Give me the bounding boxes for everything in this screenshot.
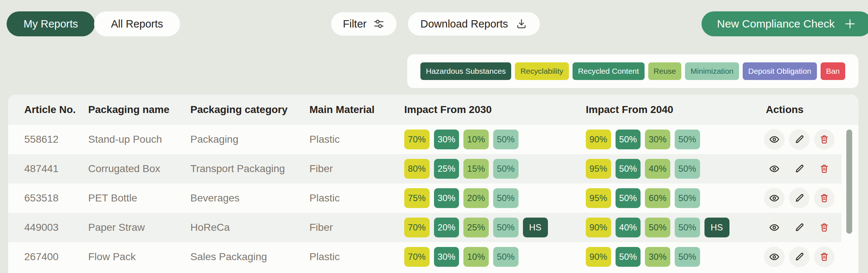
eye-icon (769, 163, 780, 174)
impact-badge-reuse: 10% (463, 247, 489, 267)
cell-article-no: 487441 (24, 154, 58, 183)
download-icon (516, 18, 527, 30)
table-header-row: Article No.Packaging namePackaging categ… (8, 95, 858, 125)
download-reports-button[interactable]: Download Reports (408, 12, 540, 36)
impact-badge-reuse: 25% (463, 218, 489, 237)
impact-badge-recyclability: 70% (404, 130, 430, 149)
column-header-packaging-name: Packaging name (88, 95, 169, 125)
impact-2040-badges: 95%50%60%50% (586, 183, 700, 213)
pencil-icon (794, 164, 804, 174)
impact-2030-badges: 70%30%10%50% (404, 125, 519, 154)
column-header-packaging-category: Packaging category (190, 95, 288, 125)
row-actions (764, 125, 835, 154)
impact-badge-minimization: 50% (493, 247, 519, 267)
legend-chip-recycled-content[interactable]: Recycled Content (573, 62, 645, 80)
cell-main-material: Plastic (309, 242, 340, 272)
table-row: 449003Paper StrawHoReCaFiber70%20%25%50%… (8, 213, 842, 242)
cell-article-no: 653518 (24, 183, 58, 213)
new-compliance-check-label: New Compliance Check (717, 18, 835, 30)
impact-2040-badges: 95%50%40%50% (586, 154, 700, 183)
sliders-icon (373, 18, 385, 30)
pencil-icon (794, 252, 804, 262)
impact-2040-badges: 90%40%50%50%HS (586, 213, 729, 242)
impact-badge-reuse: 50% (645, 218, 670, 237)
column-header-impact-from-2040: Impact From 2040 (586, 95, 673, 125)
tab-my-reports[interactable]: My Reports (7, 11, 95, 36)
table-row: 487441Corrugated BoxTransport PackagingF… (8, 154, 842, 183)
trash-icon (819, 252, 829, 262)
legend-chip-recyclability[interactable]: Recyclability (515, 62, 569, 80)
cell-packaging-category: Beverages (190, 183, 240, 213)
impact-badge-recyclability: 80% (404, 159, 430, 179)
edit-button[interactable] (789, 247, 810, 267)
view-button[interactable] (764, 247, 785, 267)
legend-chip-deposit-obligation[interactable]: Deposit Obligation (743, 62, 817, 80)
delete-button[interactable] (814, 247, 835, 267)
table-row: 267400Flow PackSales PackagingPlastic70%… (8, 242, 842, 272)
impact-badge-recyclability: 90% (586, 218, 611, 237)
cell-packaging-name: PET Bottle (88, 183, 137, 213)
column-header-actions: Actions (766, 95, 804, 125)
impact-badge-recyclability: 90% (586, 130, 611, 149)
view-button[interactable] (764, 129, 785, 150)
filter-button-label: Filter (343, 18, 366, 30)
cell-article-no: 449003 (24, 213, 58, 242)
impact-2030-badges: 80%25%15%50% (404, 154, 519, 183)
cell-main-material: Plastic (309, 183, 340, 213)
impact-2030-badges: 75%30%20%50% (404, 183, 519, 213)
filter-button[interactable]: Filter (331, 12, 397, 36)
row-actions (764, 154, 835, 183)
view-button[interactable] (764, 159, 785, 179)
plus-icon (843, 17, 857, 30)
view-button[interactable] (764, 188, 785, 208)
row-actions (764, 183, 835, 213)
impact-badge-minimization: 50% (493, 188, 519, 208)
new-compliance-check-button[interactable]: New Compliance Check (702, 11, 868, 36)
view-button[interactable] (764, 217, 785, 238)
pencil-icon (794, 193, 804, 203)
edit-button[interactable] (789, 159, 810, 179)
cell-packaging-category: Transport Packaging (190, 154, 285, 183)
legend-chip-hazardous-substances[interactable]: Hazardous Substances (420, 62, 511, 80)
edit-button[interactable] (789, 129, 810, 150)
reports-table: Article No.Packaging namePackaging categ… (8, 95, 858, 273)
delete-button[interactable] (814, 217, 835, 238)
impact-badge-minimization: 50% (493, 159, 519, 179)
impact-2040-badges: 90%50%30%50% (586, 125, 700, 154)
impact-badge-minimization: 50% (675, 159, 700, 179)
delete-button[interactable] (814, 129, 835, 150)
impact-badge-recyclability: 95% (586, 159, 611, 179)
impact-badge-reuse: 60% (645, 188, 670, 208)
impact-badge-hazardous: HS (523, 218, 548, 237)
impact-badge-minimization: 50% (675, 130, 700, 149)
impact-legend: Hazardous SubstancesRecyclabilityRecycle… (407, 54, 858, 88)
impact-badge-recyclability: 90% (586, 247, 611, 267)
delete-button[interactable] (814, 159, 835, 179)
eye-icon (769, 251, 780, 262)
impact-badge-minimization: 50% (675, 247, 700, 267)
cell-packaging-name: Flow Pack (88, 242, 136, 272)
edit-button[interactable] (789, 188, 810, 208)
impact-badge-minimization: 50% (493, 218, 519, 237)
legend-chip-reuse[interactable]: Reuse (648, 62, 682, 80)
eye-icon (769, 193, 780, 204)
impact-badge-reuse: 15% (463, 159, 489, 179)
impact-badge-recycled-content: 50% (616, 247, 641, 267)
impact-badge-reuse: 30% (645, 130, 670, 149)
impact-badge-reuse: 10% (463, 130, 489, 149)
legend-chip-ban[interactable]: Ban (821, 62, 845, 80)
legend-chip-minimization[interactable]: Minimization (685, 62, 739, 80)
tab-all-reports[interactable]: All Reports (94, 11, 180, 36)
trash-icon (819, 134, 829, 145)
trash-icon (819, 193, 829, 203)
column-header-impact-from-2030: Impact From 2030 (404, 95, 492, 125)
impact-badge-recycled-content: 20% (434, 218, 459, 237)
scrollbar-thumb[interactable] (846, 130, 852, 234)
impact-badge-recyclability: 70% (404, 218, 430, 237)
row-actions (764, 242, 835, 272)
edit-button[interactable] (789, 217, 810, 238)
delete-button[interactable] (814, 188, 835, 208)
impact-badge-reuse: 30% (645, 247, 670, 267)
cell-main-material: Plastic (309, 125, 340, 154)
eye-icon (769, 222, 780, 233)
